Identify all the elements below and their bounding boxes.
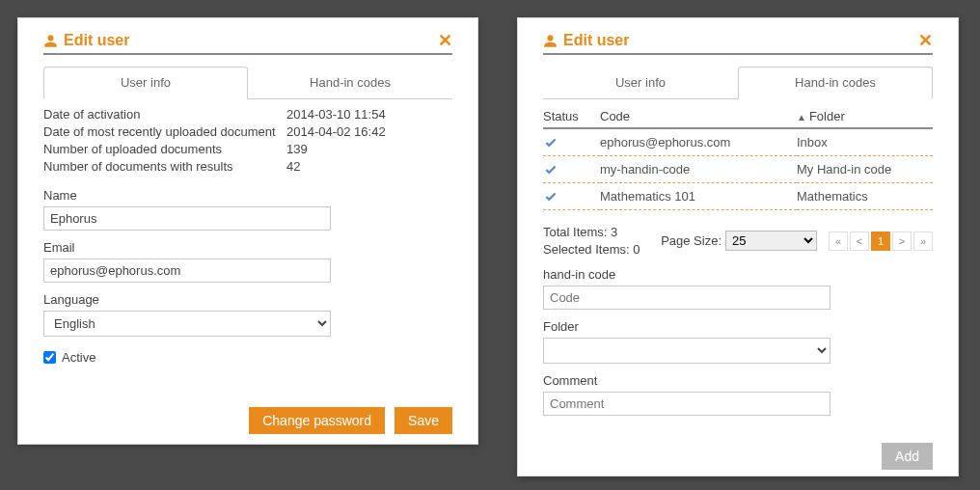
folder-label: Folder <box>543 319 933 334</box>
user-icon <box>43 34 58 48</box>
dialog-header: Edit user ✕ <box>43 32 452 55</box>
info-label: Number of uploaded documents <box>43 140 285 157</box>
info-label: Date of activation <box>43 105 285 122</box>
name-label: Name <box>43 188 452 203</box>
dialog-title: Edit user <box>43 32 129 49</box>
pager-prev[interactable]: < <box>850 231 869 251</box>
page-size-select[interactable]: 25 <box>725 231 817 251</box>
close-icon[interactable]: ✕ <box>918 32 933 49</box>
active-label: Active <box>62 350 95 365</box>
pager-next[interactable]: > <box>892 231 912 251</box>
info-label: Date of most recently uploaded document <box>43 122 285 140</box>
active-row: Active <box>43 350 452 365</box>
comment-label: Comment <box>543 373 933 388</box>
pager-last[interactable]: » <box>913 231 933 251</box>
table-row[interactable]: ephorus@ephorus.com Inbox <box>543 128 933 156</box>
tab-user-info[interactable]: User info <box>43 67 248 99</box>
tabs: User info Hand-in codes <box>543 67 933 99</box>
check-icon <box>543 163 596 177</box>
add-button[interactable]: Add <box>882 443 933 470</box>
email-label: Email <box>43 240 452 255</box>
total-items-value: 3 <box>611 225 617 239</box>
cell-code: Mathematics 101 <box>600 183 797 210</box>
handin-code-input[interactable] <box>543 286 830 310</box>
tab-user-info[interactable]: User info <box>543 67 738 98</box>
info-value: 2014-03-10 11:54 <box>286 105 452 122</box>
name-input[interactable] <box>43 206 331 231</box>
language-label: Language <box>43 292 452 307</box>
pager: « < 1 > » <box>829 231 933 251</box>
handin-table: Status Code ▲Folder ephorus@ephorus.com … <box>543 105 933 210</box>
email-input[interactable] <box>43 259 331 283</box>
pager-first[interactable]: « <box>829 231 848 251</box>
cell-folder: Inbox <box>797 128 933 156</box>
pager-page-current[interactable]: 1 <box>871 231 890 251</box>
active-checkbox[interactable] <box>43 351 56 364</box>
cell-folder: Mathematics <box>797 183 933 210</box>
save-button[interactable]: Save <box>395 407 452 434</box>
stats-row: Total Items: 3 Selected Items: 0 Page Si… <box>543 224 933 258</box>
comment-input[interactable] <box>543 392 830 416</box>
dialog-title-text: Edit user <box>64 32 129 49</box>
info-label: Number of documents with results <box>43 157 285 175</box>
col-status[interactable]: Status <box>543 105 600 128</box>
handin-code-label: hand-in code <box>543 267 933 282</box>
col-folder[interactable]: ▲Folder <box>797 105 933 128</box>
page-size-label: Page Size: <box>661 233 721 248</box>
tab-handin-codes[interactable]: Hand-in codes <box>248 67 452 98</box>
selected-items-label: Selected Items: <box>543 242 630 257</box>
edit-user-dialog-userinfo: Edit user ✕ User info Hand-in codes Date… <box>17 17 478 445</box>
language-select[interactable]: English <box>43 311 331 337</box>
selected-items-value: 0 <box>633 242 640 257</box>
check-icon <box>543 190 596 204</box>
change-password-button[interactable]: Change password <box>249 407 385 434</box>
user-info-grid: Date of activation 2014-03-10 11:54 Date… <box>43 105 452 175</box>
col-code[interactable]: Code <box>600 105 797 128</box>
info-value: 42 <box>286 157 452 175</box>
cell-folder: My Hand-in code <box>797 156 933 183</box>
check-icon <box>543 136 596 150</box>
dialog-title-text: Edit user <box>563 32 629 49</box>
info-value: 2014-04-02 16:42 <box>286 122 452 140</box>
sort-asc-icon: ▲ <box>797 112 806 122</box>
close-icon[interactable]: ✕ <box>438 32 452 49</box>
total-items-label: Total Items: <box>543 225 607 239</box>
cell-code: my-handin-code <box>600 156 797 183</box>
user-icon <box>543 34 558 48</box>
tabs: User info Hand-in codes <box>43 67 452 99</box>
info-value: 139 <box>286 140 452 157</box>
dialog-header: Edit user ✕ <box>543 32 933 55</box>
button-row: Change password Save <box>43 407 452 434</box>
dialog-title: Edit user <box>543 32 629 49</box>
folder-select[interactable] <box>543 338 830 364</box>
table-row[interactable]: Mathematics 101 Mathematics <box>543 183 933 210</box>
cell-code: ephorus@ephorus.com <box>600 128 797 156</box>
edit-user-dialog-handin: Edit user ✕ User info Hand-in codes Stat… <box>517 17 959 476</box>
table-row[interactable]: my-handin-code My Hand-in code <box>543 156 933 183</box>
tab-handin-codes[interactable]: Hand-in codes <box>738 67 933 99</box>
